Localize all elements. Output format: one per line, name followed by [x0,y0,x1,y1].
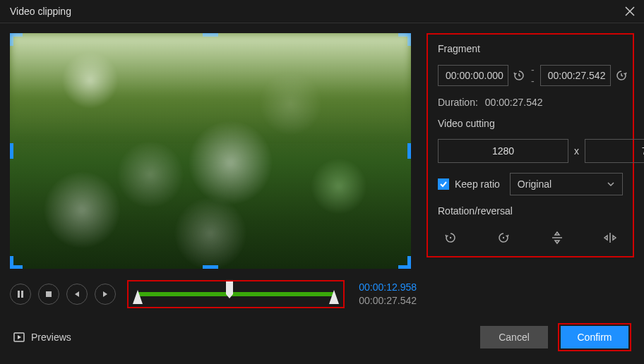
timecode-readout: 00:00:12.958 00:00:27.542 [359,281,417,308]
chevron-down-icon [607,180,615,188]
rotate-left-icon [443,231,458,245]
close-icon [625,6,635,16]
stop-icon [44,290,53,298]
play-rect-icon [13,331,25,344]
video-cutting-label: Video cutting [438,118,623,129]
crop-handle-top[interactable] [203,33,218,37]
keep-ratio-label: Keep ratio [455,178,500,190]
flip-horizontal-button[interactable] [602,231,619,245]
check-icon [438,178,449,190]
clock-back-icon [513,69,525,82]
window-title: Video clipping [10,6,71,17]
trim-end-handle[interactable] [329,290,339,304]
timeline-track [137,292,335,296]
total-duration: 00:00:27.542 [359,294,417,308]
flip-vertical-button[interactable] [549,231,566,245]
ratio-select-value: Original [518,178,551,190]
fragment-end-input[interactable]: 00:00:27.542 [540,65,611,86]
step-forward-button[interactable] [95,284,116,305]
set-end-button[interactable] [615,69,628,82]
set-start-button[interactable] [513,69,525,82]
duration-label: Duration: [438,97,478,108]
clock-forward-icon [615,69,628,82]
settings-panel: Fragment 00:00:00.000 -- 00:00:27.542 [427,33,634,257]
crop-handle-bottom[interactable] [203,265,218,269]
crop-handle-bottom-right[interactable] [398,256,411,269]
width-input[interactable] [438,139,568,163]
rotate-right-icon [496,231,511,245]
confirm-button[interactable]: Confirm [561,326,628,348]
trim-start-handle[interactable] [133,290,143,304]
step-back-button[interactable] [66,284,88,305]
rotate-left-button[interactable] [442,231,459,245]
svg-point-1 [450,237,451,238]
close-button[interactable] [623,4,637,18]
current-time: 00:00:12.958 [359,281,417,294]
svg-point-2 [503,237,504,238]
crop-handle-top-left[interactable] [10,33,23,46]
pause-icon [16,290,25,298]
stop-button[interactable] [38,284,59,305]
ratio-select[interactable]: Original [510,173,623,195]
pause-button[interactable] [10,284,31,305]
fragment-separator: -- [530,64,536,87]
svg-rect-0 [46,291,52,297]
rotation-label: Rotation/reversal [438,205,623,217]
fragment-label: Fragment [438,43,623,54]
keep-ratio-checkbox[interactable]: Keep ratio [438,178,500,190]
previews-label: Previews [31,332,71,343]
step-forward-icon [101,290,109,298]
crop-handle-left[interactable] [10,143,13,159]
crop-handle-right[interactable] [407,143,411,159]
video-preview[interactable] [10,33,411,269]
dimension-separator: x [574,145,579,157]
playhead[interactable] [226,281,233,294]
height-input[interactable] [585,139,644,163]
rotate-right-button[interactable] [495,231,512,245]
crop-handle-top-right[interactable] [398,33,411,46]
crop-handle-bottom-left[interactable] [10,256,23,269]
previews-button[interactable]: Previews [13,331,71,344]
flip-horizontal-icon [603,231,617,245]
fragment-start-input[interactable]: 00:00:00.000 [438,65,508,86]
duration-value: 00:00:27.542 [485,97,543,108]
timeline[interactable] [127,280,345,308]
cancel-button[interactable]: Cancel [480,326,548,348]
flip-vertical-icon [550,231,564,245]
step-back-icon [73,290,81,298]
